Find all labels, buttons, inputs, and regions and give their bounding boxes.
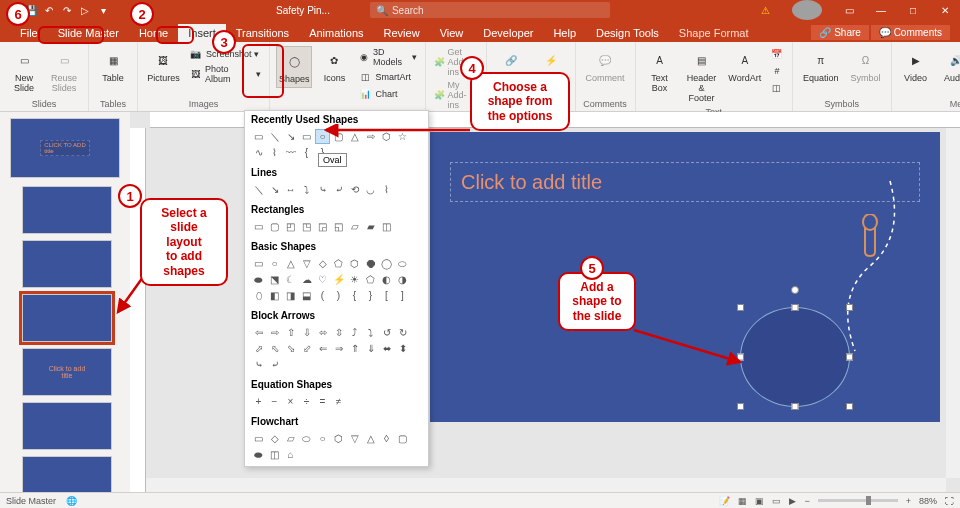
shape-item[interactable]: ☾ bbox=[283, 272, 298, 287]
ribbon-options-icon[interactable]: ▭ bbox=[834, 0, 864, 20]
shape-item[interactable]: ▱ bbox=[347, 219, 362, 234]
shape-curve[interactable]: ∿ bbox=[251, 145, 266, 160]
shape-item[interactable]: ▭ bbox=[251, 256, 266, 271]
3d-models-button[interactable]: ◉3D Models ▾ bbox=[356, 46, 418, 68]
smartart-button[interactable]: ◫SmartArt bbox=[356, 69, 418, 85]
video-button[interactable]: ▶Video bbox=[898, 46, 934, 86]
shape-item[interactable]: ▢ bbox=[395, 431, 410, 446]
shape-item[interactable]: ⤶ bbox=[331, 182, 346, 197]
shape-item[interactable]: ⤵ bbox=[299, 182, 314, 197]
shape-item[interactable]: ⤴ bbox=[347, 325, 362, 340]
zoom-out-button[interactable]: − bbox=[804, 496, 809, 506]
user-avatar[interactable] bbox=[792, 0, 822, 20]
shape-item[interactable]: ◱ bbox=[331, 219, 346, 234]
shape-item[interactable]: + bbox=[251, 394, 266, 409]
shape-item[interactable]: ⬌ bbox=[379, 341, 394, 356]
slide-thumbnails-panel[interactable]: CLICK TO ADDtitle Click to addtitle bbox=[0, 112, 130, 492]
view-slideshow-icon[interactable]: ▶ bbox=[789, 496, 796, 506]
photo-album-button[interactable]: 🖼Photo Album ▾ bbox=[187, 63, 263, 85]
search-box[interactable]: 🔍 Search bbox=[370, 2, 610, 18]
master-thumb[interactable]: CLICK TO ADDtitle bbox=[10, 118, 120, 178]
shape-item[interactable]: ⤶ bbox=[267, 357, 282, 372]
shape-item[interactable]: ▱ bbox=[283, 431, 298, 446]
shape-line-arrow[interactable]: ↘ bbox=[283, 129, 298, 144]
shape-textbox[interactable]: ▭ bbox=[251, 129, 266, 144]
shape-scribble[interactable]: 〰 bbox=[283, 145, 298, 160]
shape-item[interactable]: ⇨ bbox=[267, 325, 282, 340]
tab-review[interactable]: Review bbox=[374, 24, 430, 42]
shape-item[interactable]: ) bbox=[331, 288, 346, 303]
shape-item[interactable]: ⇳ bbox=[331, 325, 346, 340]
tab-view[interactable]: View bbox=[430, 24, 474, 42]
shape-item[interactable]: ⌇ bbox=[379, 182, 394, 197]
undo-icon[interactable]: ↶ bbox=[42, 3, 56, 17]
tab-developer[interactable]: Developer bbox=[473, 24, 543, 42]
shape-item[interactable]: ▭ bbox=[251, 219, 266, 234]
shape-item[interactable]: ＼ bbox=[251, 182, 266, 197]
shape-item[interactable]: ⬬ bbox=[251, 447, 266, 462]
shape-item[interactable]: ⬠ bbox=[363, 272, 378, 287]
shape-item[interactable]: ⟲ bbox=[347, 182, 362, 197]
shape-item[interactable]: } bbox=[363, 288, 378, 303]
shape-item[interactable]: ⬍ bbox=[395, 341, 410, 356]
layout-thumb[interactable] bbox=[22, 240, 112, 288]
date-time-button[interactable]: 📅 bbox=[768, 46, 786, 62]
symbol-button[interactable]: ΩSymbol bbox=[847, 46, 885, 86]
shape-item[interactable]: ⬀ bbox=[251, 341, 266, 356]
shape-item[interactable]: ⇒ bbox=[331, 341, 346, 356]
tab-help[interactable]: Help bbox=[543, 24, 586, 42]
shape-item[interactable]: ◇ bbox=[267, 431, 282, 446]
wordart-button[interactable]: AWordArt bbox=[726, 46, 764, 86]
shape-rect[interactable]: ▭ bbox=[299, 129, 314, 144]
shape-item[interactable]: ⯃ bbox=[363, 256, 378, 271]
zoom-slider[interactable] bbox=[818, 499, 898, 502]
shape-item[interactable]: ⤷ bbox=[251, 357, 266, 372]
shape-item[interactable]: ◊ bbox=[379, 431, 394, 446]
shape-item[interactable]: ⬄ bbox=[315, 325, 330, 340]
shape-item[interactable]: △ bbox=[363, 431, 378, 446]
shape-item[interactable]: ⬯ bbox=[251, 288, 266, 303]
shape-item[interactable]: [ bbox=[379, 288, 394, 303]
tab-design-tools[interactable]: Design Tools bbox=[586, 24, 669, 42]
shape-item[interactable]: ☁ bbox=[299, 272, 314, 287]
shape-item[interactable]: ▭ bbox=[251, 431, 266, 446]
shape-item[interactable]: ◇ bbox=[315, 256, 330, 271]
shape-item[interactable]: ▽ bbox=[347, 431, 362, 446]
shape-item[interactable]: ◳ bbox=[299, 219, 314, 234]
shape-item[interactable]: ⬁ bbox=[267, 341, 282, 356]
shape-item[interactable]: ◫ bbox=[379, 219, 394, 234]
chart-button[interactable]: 📊Chart bbox=[356, 86, 418, 102]
slide-number-button[interactable]: # bbox=[768, 63, 786, 79]
shape-item[interactable]: ▢ bbox=[267, 219, 282, 234]
icons-button[interactable]: ✿Icons bbox=[316, 46, 352, 86]
fit-to-window-icon[interactable]: ⛶ bbox=[945, 496, 954, 506]
shape-item[interactable]: ⇓ bbox=[363, 341, 378, 356]
tab-home[interactable]: Home bbox=[129, 24, 178, 42]
tab-transitions[interactable]: Transitions bbox=[226, 24, 299, 42]
layout-thumb[interactable] bbox=[22, 456, 112, 492]
new-slide-button[interactable]: ▭NewSlide bbox=[6, 46, 42, 96]
resize-handle[interactable] bbox=[737, 403, 744, 410]
layout-thumb[interactable]: Click to addtitle bbox=[22, 348, 112, 396]
zoom-in-button[interactable]: + bbox=[906, 496, 911, 506]
qat-more[interactable]: ▾ bbox=[96, 3, 110, 17]
shape-item[interactable]: ≠ bbox=[331, 394, 346, 409]
shape-item[interactable]: ⌂ bbox=[283, 447, 298, 462]
scrollbar-vertical[interactable] bbox=[946, 128, 960, 478]
shape-item[interactable]: ⬃ bbox=[299, 341, 314, 356]
inserted-oval-shape[interactable] bbox=[740, 307, 850, 407]
shape-item[interactable]: ○ bbox=[267, 256, 282, 271]
scrollbar-horizontal[interactable] bbox=[146, 478, 946, 492]
close-icon[interactable]: ✕ bbox=[930, 0, 960, 20]
shape-item[interactable]: ☀ bbox=[347, 272, 362, 287]
shape-item[interactable]: ⇐ bbox=[315, 341, 330, 356]
shape-item[interactable]: { bbox=[347, 288, 362, 303]
shape-item[interactable]: ⤵ bbox=[363, 325, 378, 340]
shape-item[interactable]: ▽ bbox=[299, 256, 314, 271]
shape-item[interactable]: ⬔ bbox=[267, 272, 282, 287]
shape-item[interactable]: ⇩ bbox=[299, 325, 314, 340]
shape-item[interactable]: ▰ bbox=[363, 219, 378, 234]
layout-thumb[interactable] bbox=[22, 402, 112, 450]
shape-lbrace[interactable]: { bbox=[299, 145, 314, 160]
resize-handle[interactable] bbox=[846, 403, 853, 410]
